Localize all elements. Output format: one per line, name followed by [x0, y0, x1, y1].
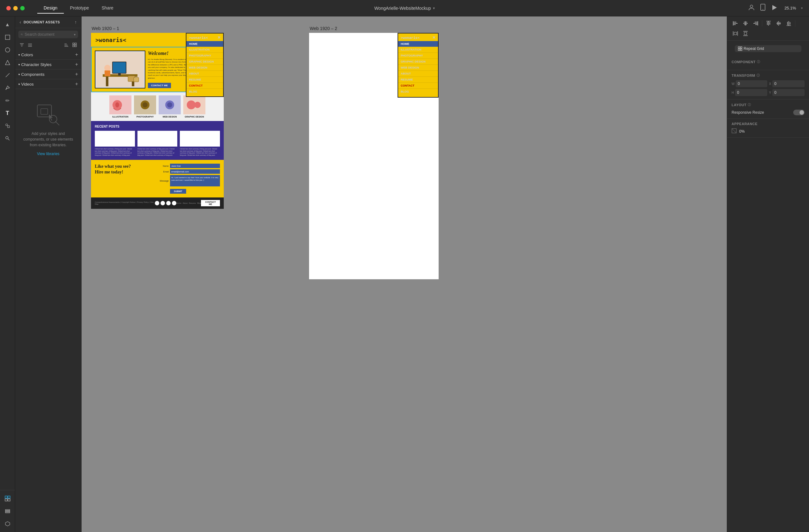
char-styles-add-btn[interactable]: + — [75, 61, 78, 67]
align-left-icon[interactable] — [731, 19, 740, 28]
nav-graphic-design[interactable]: GRAPHIC DESIGN — [187, 59, 223, 65]
tool-sidebar: ▲ ✏ T — [0, 16, 15, 532]
videos-arrow-icon: ▾ — [18, 83, 20, 86]
character-styles-header[interactable]: ▾ Character Styles + — [18, 61, 78, 67]
repeat-grid-btn[interactable]: Repeat Grid — [735, 45, 802, 52]
toolbar-divider-1 — [762, 20, 762, 26]
search-input[interactable] — [25, 32, 72, 37]
line-tool[interactable] — [2, 70, 13, 81]
zoom-tool[interactable] — [2, 133, 13, 144]
assets-bottom-icon[interactable] — [2, 493, 13, 504]
footer-nav: Home About Resume Blog — [176, 202, 201, 204]
nav-photography[interactable]: PHOTOGRAPHY — [187, 53, 223, 59]
align-right-icon[interactable] — [751, 19, 760, 28]
select-tool[interactable]: ▲ — [2, 19, 13, 30]
svg-rect-75 — [770, 22, 770, 25]
nav-blog[interactable]: BLOG — [187, 89, 223, 94]
nav-contact[interactable]: CONTACT — [187, 83, 223, 89]
list-view-icon[interactable] — [27, 42, 34, 49]
footer-nav-home[interactable]: Home — [176, 202, 182, 204]
frame2-nav-photography[interactable]: PHOTOGRAPHY — [398, 53, 438, 59]
frame2-nav-overlay: >wonaris< ✕ HOME ILLUSTRATION PHOTOGRAPH… — [398, 33, 438, 97]
back-icon[interactable]: ‹ — [20, 20, 21, 25]
svg-rect-73 — [767, 22, 768, 25]
title-dropdown-icon[interactable]: ▾ — [433, 6, 435, 11]
email-input[interactable]: email@email.com — [170, 169, 220, 174]
videos-section-header[interactable]: ▾ Videos + — [18, 81, 78, 87]
mobile-icon[interactable] — [760, 4, 766, 12]
frame2-nav-web-design[interactable]: WEB DESIGN — [398, 65, 438, 71]
colors-section-header[interactable]: ▾ Colors + — [18, 52, 78, 57]
user-icon[interactable] — [748, 4, 755, 12]
x-input[interactable] — [772, 80, 805, 87]
colors-add-btn[interactable]: + — [75, 52, 78, 57]
view-libraries-link[interactable]: View libraries — [37, 152, 59, 156]
layers-icon[interactable] — [2, 506, 13, 517]
empty-state-icon — [36, 102, 61, 127]
sort-icon[interactable] — [63, 42, 70, 49]
nav-web-design[interactable]: WEB DESIGN — [187, 65, 223, 71]
filter-icon[interactable] — [18, 42, 25, 49]
distribute-h-icon[interactable] — [731, 29, 740, 38]
ellipse-tool[interactable] — [2, 44, 13, 56]
search-dropdown-icon[interactable]: ▾ — [74, 33, 75, 36]
nav-illustration[interactable]: ILLUSTRATION — [187, 47, 223, 53]
distribute-v-icon[interactable] — [741, 29, 750, 38]
footer-nav-about[interactable]: About — [183, 202, 188, 204]
footer-nav-resume[interactable]: Resume — [189, 202, 196, 204]
svg-point-56 — [142, 102, 148, 107]
responsive-resize-toggle[interactable] — [793, 110, 805, 115]
components-add-btn[interactable]: + — [75, 71, 78, 77]
svg-rect-0 — [5, 35, 10, 39]
frame-1[interactable]: >wonaris< >wonaris< — [91, 33, 224, 209]
component-info-icon[interactable]: ⓘ — [757, 60, 760, 64]
frame2-nav-blog[interactable]: BLOG — [398, 89, 438, 94]
align-middle-icon[interactable] — [774, 19, 783, 28]
tab-design[interactable]: Design — [37, 3, 64, 14]
layout-info-icon[interactable]: ⓘ — [748, 103, 751, 107]
frame2-nav-contact[interactable]: CONTACT — [398, 83, 438, 89]
svg-rect-12 — [5, 510, 10, 511]
minimize-btn[interactable] — [13, 6, 18, 11]
w-input[interactable] — [736, 80, 767, 87]
submit-btn[interactable]: SUBMIT — [170, 189, 186, 194]
footer-nav-blog[interactable]: Blog — [197, 202, 201, 204]
frame2-nav-home[interactable]: HOME — [398, 41, 438, 47]
frame-2[interactable]: >wonaris< ✕ HOME ILLUSTRATION PHOTOGRAPH… — [309, 33, 438, 279]
close-btn[interactable] — [6, 6, 11, 11]
videos-label: Videos — [21, 82, 34, 87]
shape-tool[interactable] — [2, 120, 13, 131]
transform-info-icon[interactable]: ⓘ — [757, 73, 760, 78]
grid-view-icon[interactable] — [71, 42, 78, 49]
frame2-nav-resume[interactable]: RESUME — [398, 77, 438, 83]
frame2-nav-illustration[interactable]: ILLUSTRATION — [398, 47, 438, 53]
frame2-nav-about[interactable]: ABOUT — [398, 71, 438, 77]
align-center-icon[interactable] — [741, 19, 750, 28]
pen-tool[interactable] — [2, 82, 13, 93]
zoom-dropdown[interactable]: ▾ — [801, 6, 803, 10]
plugins-icon[interactable] — [2, 518, 13, 530]
pencil-tool[interactable]: ✏ — [2, 95, 13, 106]
tab-share[interactable]: Share — [96, 3, 120, 14]
triangle-tool[interactable] — [2, 57, 13, 68]
frame2-nav-graphic-design[interactable]: GRAPHIC DESIGN — [398, 59, 438, 65]
align-bottom-icon[interactable] — [784, 19, 793, 28]
message-input[interactable]: Hi, I just wanted to say that I love you… — [170, 175, 220, 187]
maximize-btn[interactable] — [20, 6, 25, 11]
nav-home[interactable]: HOME — [187, 41, 223, 47]
play-icon[interactable] — [771, 4, 778, 12]
nav-about[interactable]: ABOUT — [187, 71, 223, 77]
rectangle-tool[interactable] — [2, 32, 13, 43]
export-icon[interactable]: ↑ — [74, 20, 77, 25]
text-tool[interactable]: T — [2, 107, 13, 119]
nav-resume[interactable]: RESUME — [187, 77, 223, 83]
contact-me-btn[interactable]: CONTACT ME — [148, 83, 171, 88]
tab-prototype[interactable]: Prototype — [64, 3, 96, 14]
y-input[interactable] — [772, 89, 805, 96]
videos-add-btn[interactable]: + — [75, 81, 78, 87]
h-input[interactable] — [735, 89, 767, 96]
footer-contact-btn[interactable]: CONTACT ME — [201, 200, 220, 206]
align-top-icon[interactable] — [764, 19, 773, 28]
components-section-header[interactable]: ▾ Components + — [18, 71, 78, 77]
name-input[interactable]: Jane Doe — [170, 164, 220, 168]
